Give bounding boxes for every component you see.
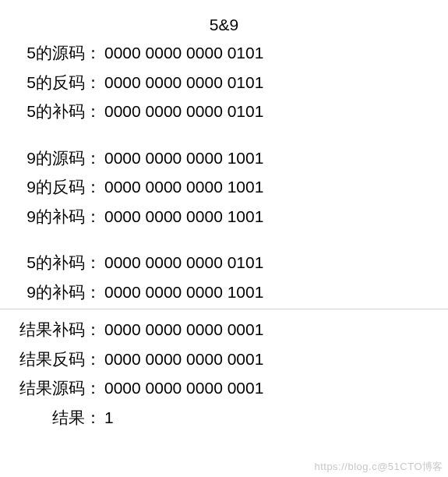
value-5-complement-2: 0000 0000 0000 0101 (101, 250, 263, 275)
row-9-complement: 9的补码： 0000 0000 0000 1001 (14, 204, 434, 229)
value-5-source: 0000 0000 0000 0101 (101, 41, 263, 65)
row-result-final: 结果： 1 (14, 405, 434, 430)
row-5-inverse: 5的反码： 0000 0000 0000 0101 (14, 70, 434, 95)
page-title: 5&9 (14, 16, 434, 34)
value-9-complement: 0000 0000 0000 1001 (101, 204, 263, 229)
label-5-source: 5的源码： (14, 41, 101, 65)
label-9-complement: 9的补码： (14, 204, 101, 229)
row-9-source: 9的源码： 0000 0000 0000 1001 (14, 146, 434, 171)
label-9-source: 9的源码： (14, 146, 101, 171)
value-5-complement: 0000 0000 0000 0101 (101, 99, 263, 124)
divider (0, 309, 448, 309)
value-9-source: 0000 0000 0000 1001 (101, 146, 263, 171)
label-9-complement-2: 9的补码： (14, 280, 101, 305)
row-result-source: 结果源码： 0000 0000 0000 0001 (14, 376, 434, 401)
row-9-complement-2: 9的补码： 0000 0000 0000 1001 (14, 280, 434, 305)
gap-1 (14, 129, 434, 146)
row-5-complement-2: 5的补码： 0000 0000 0000 0101 (14, 250, 434, 275)
value-result-source: 0000 0000 0000 0001 (101, 376, 263, 401)
value-5-inverse: 0000 0000 0000 0101 (101, 70, 263, 95)
label-result-source: 结果源码： (14, 376, 101, 401)
watermark: https://blog.c@51CTO博客 (314, 460, 443, 474)
row-9-inverse: 9的反码： 0000 0000 0000 1001 (14, 175, 434, 200)
label-9-inverse: 9的反码： (14, 175, 101, 200)
label-result-inverse: 结果反码： (14, 347, 101, 372)
gap-2 (14, 233, 434, 250)
row-result-complement: 结果补码： 0000 0000 0000 0001 (14, 317, 434, 342)
value-9-inverse: 0000 0000 0000 1001 (101, 175, 263, 200)
label-result-final: 结果： (14, 405, 101, 430)
row-result-inverse: 结果反码： 0000 0000 0000 0001 (14, 347, 434, 372)
value-result-final: 1 (101, 405, 114, 430)
label-5-complement: 5的补码： (14, 99, 101, 124)
label-5-inverse: 5的反码： (14, 70, 101, 95)
value-result-inverse: 0000 0000 0000 0001 (101, 347, 263, 372)
row-5-complement: 5的补码： 0000 0000 0000 0101 (14, 99, 434, 124)
label-5-complement-2: 5的补码： (14, 250, 101, 275)
row-5-source: 5的源码： 0000 0000 0000 0101 (14, 41, 434, 65)
label-result-complement: 结果补码： (14, 317, 101, 342)
value-result-complement: 0000 0000 0000 0001 (101, 317, 263, 342)
value-9-complement-2: 0000 0000 0000 1001 (101, 280, 263, 305)
